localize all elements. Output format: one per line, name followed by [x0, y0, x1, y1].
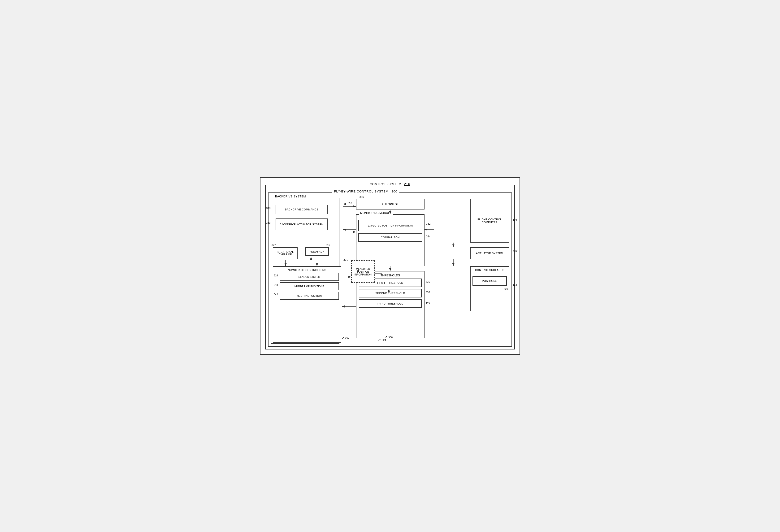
fbw-number: 300 — [391, 190, 397, 193]
control-system-text: CONTROL SYSTEM — [370, 182, 401, 186]
fcc-label: FLIGHT CONTROL COMPUTER — [473, 218, 507, 224]
sensor-number: 328 — [274, 274, 278, 277]
cs-outer-number: 314 — [513, 283, 517, 286]
expected-box: EXPECTED POSITION INFORMATION — [358, 220, 422, 231]
feedback-box: FEEDBACK — [305, 247, 329, 256]
cs-label: CONTROL SURFACES — [473, 269, 507, 272]
backdrive-commands-number: 333 — [266, 207, 271, 209]
actuator-label: ACTUATOR SYSTEM — [476, 252, 503, 255]
controllers-label: NUMBER OF CONTROLLERS — [275, 269, 339, 272]
autopilot-number-left: 310 — [348, 202, 352, 204]
first-threshold-label: FIRST THRESHOLD — [377, 281, 403, 284]
num-positions-label: NUMBER OF POSITIONS — [294, 285, 325, 288]
comparison-number: 334 — [426, 235, 430, 238]
measured-position-label: MEASURED POSITION INFORMATION — [354, 268, 372, 276]
fbw-label: FLY-BY-WIRE CONTROL SYSTEM 300 — [332, 190, 399, 193]
expected-label: EXPECTED POSITION INFORMATION — [368, 225, 413, 227]
neutral-pos-number: 342 — [274, 293, 278, 296]
measured-position-number: 326 — [343, 258, 348, 261]
fcc-number: 304 — [513, 218, 517, 221]
monitoring-box: MONITORING MODULE 332 EXPECTED POSITION … — [356, 214, 425, 266]
monitoring-label: MONITORING MODULE — [359, 211, 393, 215]
thresholds-outer-number: 308 — [388, 336, 393, 339]
num-positions-box: NUMBER OF POSITIONS — [280, 282, 339, 290]
controllers-box: NUMBER OF CONTROLLERS 328 SENSOR SYSTEM … — [273, 266, 341, 343]
first-threshold-number: 336 — [426, 280, 430, 283]
backdrive-actuator-box: BACKDRIVE ACTUATOR SYSTEM — [276, 219, 328, 230]
autopilot-area: 310 306 AUTOPILOT — [356, 199, 425, 209]
fbw-box: FLY-BY-WIRE CONTROL SYSTEM 300 BACKDRIVE… — [268, 192, 512, 347]
second-threshold-label: SECOND THRESHOLD — [375, 292, 405, 295]
sensor-box: SENSOR SYSTEM — [280, 273, 339, 281]
autopilot-number-right: 306 — [359, 196, 364, 198]
control-system-number: 216 — [404, 182, 410, 186]
actuator-number: 312 — [513, 250, 518, 252]
measured-position-box: 326 MEASURED POSITION INFORMATION — [351, 260, 375, 283]
neutral-pos-label: NEUTRAL POSITION — [297, 295, 322, 297]
feedback-area: 316 FEEDBACK — [305, 247, 329, 256]
sensor-label: SENSOR SYSTEM — [298, 276, 321, 278]
fbw-text: FLY-BY-WIRE CONTROL SYSTEM — [334, 190, 388, 193]
ref302-label: 302 — [345, 336, 349, 339]
thresholds-outer-number-area: ↗ 308 — [384, 335, 393, 340]
feedback-label: FEEDBACK — [309, 250, 324, 253]
intentional-override-label: INTENTIONAL OVERRIDE — [275, 251, 295, 256]
actuator-box: ACTUATOR SYSTEM — [470, 247, 509, 259]
comparison-label: COMPARISON — [381, 236, 399, 239]
second-threshold-box: SECOND THRESHOLD — [359, 289, 422, 297]
control-surfaces-box: 314 CONTROL SURFACES 320 POSITIONS — [470, 266, 509, 311]
comparison-box: COMPARISON — [358, 233, 422, 242]
second-threshold-number: 338 — [426, 291, 430, 294]
control-system-label: CONTROL SYSTEM 216 — [368, 182, 412, 186]
cs-label-text: CONTROL SURFACES — [475, 269, 504, 272]
positions-label: POSITIONS — [482, 280, 497, 282]
fcc-box: 304 FLIGHT CONTROL COMPUTER — [470, 199, 509, 243]
autopilot-box: AUTOPILOT — [356, 199, 425, 209]
intentional-override-area: 322 INTENTIONAL OVERRIDE — [273, 247, 298, 259]
positions-number: 320 — [504, 288, 508, 290]
feedback-number: 316 — [326, 244, 330, 246]
positions-box: POSITIONS — [473, 276, 507, 286]
page: CONTROL SYSTEM 216 FLY-BY-WIRE CONTROL S… — [260, 177, 520, 355]
intentional-override-box: INTENTIONAL OVERRIDE — [273, 247, 298, 259]
autopilot-label: AUTOPILOT — [382, 203, 399, 206]
backdrive-actuator-number: 323 — [266, 221, 271, 224]
third-threshold-number: 340 — [426, 301, 430, 304]
control-system-outer-box: CONTROL SYSTEM 216 FLY-BY-WIRE CONTROL S… — [265, 185, 515, 349]
intentional-override-number: 322 — [272, 244, 276, 246]
backdrive-system-label: BACKDRIVE SYSTEM — [274, 195, 307, 198]
neutral-pos-box: NEUTRAL POSITION — [280, 292, 339, 300]
third-threshold-box: THIRD THRESHOLD — [359, 299, 422, 308]
backdrive-actuator-label: BACKDRIVE ACTUATOR SYSTEM — [280, 223, 324, 226]
num-positions-number: 318 — [274, 284, 278, 286]
backdrive-commands-box: BACKDRIVE COMMANDS — [276, 205, 328, 214]
third-threshold-label: THIRD THRESHOLD — [377, 302, 403, 305]
backdrive-commands-label: BACKDRIVE COMMANDS — [285, 208, 318, 211]
actuator-area: 312 ACTUATOR SYSTEM — [470, 247, 509, 259]
expected-number: 332 — [426, 222, 430, 225]
ref302-area: ↗ 302 — [342, 336, 349, 340]
